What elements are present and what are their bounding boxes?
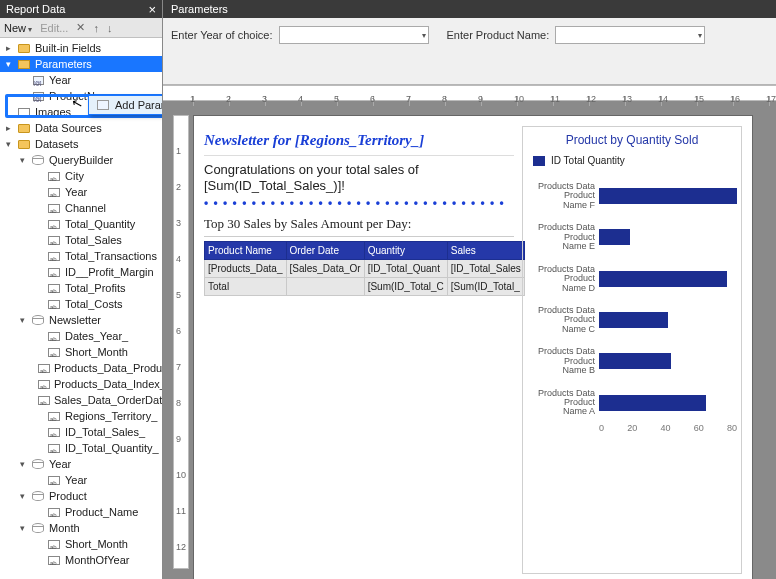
tree-label: Datasets xyxy=(35,137,78,151)
bar-track xyxy=(599,395,737,411)
tree-label: Total_Costs xyxy=(65,297,122,311)
table-row[interactable]: [Products_Data_[Sales_Data_Or[ID_Total_Q… xyxy=(205,260,525,278)
table-cell[interactable] xyxy=(286,278,364,296)
chart-title: Product by Quantity Sold xyxy=(527,133,737,155)
tree-node-datasets[interactable]: ▾ Datasets xyxy=(0,136,162,152)
tree-node-field[interactable]: Total_Quantity xyxy=(0,216,162,232)
ruler-tick: 8 xyxy=(176,398,181,408)
bar-row: Products Data ProductName F xyxy=(527,182,737,210)
param-product-combo[interactable]: ▾ xyxy=(555,26,705,44)
bar-track xyxy=(599,312,737,328)
move-down-icon[interactable]: ↓ xyxy=(107,22,113,34)
collapse-icon[interactable]: ▾ xyxy=(18,313,27,327)
table-cell[interactable]: [ID_Total_Sales xyxy=(447,260,524,278)
chart-container[interactable]: Product by Quantity Sold ID Total Quanti… xyxy=(522,126,742,574)
tree-node-field[interactable]: Channel xyxy=(0,200,162,216)
axis-tick: 40 xyxy=(660,423,670,433)
bar-label: Products Data ProductName D xyxy=(527,265,595,293)
dataset-icon xyxy=(32,491,44,501)
collapse-icon[interactable]: ▾ xyxy=(4,57,13,71)
collapse-icon[interactable]: ▾ xyxy=(18,521,27,535)
bar-label: Products Data ProductName B xyxy=(527,347,595,375)
tree-node-field[interactable]: Year xyxy=(0,472,162,488)
tree-node-datasources[interactable]: ▸ Data Sources xyxy=(0,120,162,136)
congrats-text[interactable]: Congratulations on your total sales of [… xyxy=(204,156,514,194)
menu-item-label: Add Parameter... xyxy=(115,99,162,111)
bar-track xyxy=(599,353,737,369)
table-header-cell[interactable]: Sales xyxy=(447,242,524,260)
tree-label: Built-in Fields xyxy=(35,41,101,55)
report-page[interactable]: Newsletter for [Regions_Territory_] Cong… xyxy=(193,115,753,579)
tree-node-dataset[interactable]: ▾Month xyxy=(0,520,162,536)
section-heading[interactable]: Top 30 Sales by Sales Amount per Day: xyxy=(204,212,514,237)
delete-icon[interactable]: ✕ xyxy=(76,21,85,34)
collapse-icon[interactable]: ▾ xyxy=(18,153,27,167)
table-cell[interactable]: Total xyxy=(205,278,287,296)
tree-node-field[interactable]: Year xyxy=(0,184,162,200)
report-data-toolbar: New Edit... ✕ ↑ ↓ xyxy=(0,18,162,38)
new-dropdown[interactable]: New xyxy=(4,22,32,34)
table-header-cell[interactable]: Quantity xyxy=(364,242,447,260)
tree-node-field[interactable]: Total_Transactions xyxy=(0,248,162,264)
tree-node-field[interactable]: Total_Costs xyxy=(0,296,162,312)
tree-node-param[interactable]: Year xyxy=(0,72,162,88)
param-year-combo[interactable]: ▾ xyxy=(279,26,429,44)
tree-node-field[interactable]: City xyxy=(0,168,162,184)
bar-label: Products Data ProductName F xyxy=(527,182,595,210)
table-row[interactable]: Total[Sum(ID_Total_C[Sum(ID_Total_ xyxy=(205,278,525,296)
collapse-icon[interactable]: ▾ xyxy=(18,489,27,503)
tree-node-field[interactable]: Product_Name xyxy=(0,504,162,520)
tree-node-dataset[interactable]: ▾QueryBuilder xyxy=(0,152,162,168)
tree-node-dataset[interactable]: ▾Product xyxy=(0,488,162,504)
bar-row: Products Data ProductName C xyxy=(527,306,737,334)
tree-node-field[interactable]: Regions_Territory_ xyxy=(0,408,162,424)
tree-node-field[interactable]: Short_Month xyxy=(0,536,162,552)
tree-label: Sales_Data_OrderDate_ xyxy=(54,393,162,407)
table-cell[interactable]: [Sum(ID_Total_C xyxy=(364,278,447,296)
tree-node-field[interactable]: Total_Profits xyxy=(0,280,162,296)
collapse-icon[interactable]: ▾ xyxy=(18,457,27,471)
ruler-tick: 10 xyxy=(176,470,186,480)
tree-node-parameters[interactable]: ▾ Parameters xyxy=(0,56,162,72)
close-icon[interactable]: × xyxy=(148,2,156,17)
field-icon xyxy=(48,348,60,357)
tree-node-field[interactable]: ID__Profit_Margin xyxy=(0,264,162,280)
tree-node-dataset[interactable]: ▾Year xyxy=(0,456,162,472)
table-header-cell[interactable]: Product Name xyxy=(205,242,287,260)
table-cell[interactable]: [ID_Total_Quant xyxy=(364,260,447,278)
axis-tick: 0 xyxy=(599,423,604,433)
tree-node-field[interactable]: ID_Total_Quantity_ xyxy=(0,440,162,456)
horizontal-ruler: 1234567891011121314151617 xyxy=(163,85,776,101)
report-data-tree[interactable]: ▸ Built-in Fields ▾ Parameters YearProdu… xyxy=(0,38,162,579)
field-icon xyxy=(48,556,60,565)
table-cell[interactable]: [Sales_Data_Or xyxy=(286,260,364,278)
tree-label: Product xyxy=(49,489,87,503)
tree-node-field[interactable]: Sales_Data_OrderDate_ xyxy=(0,392,162,408)
sales-table[interactable]: Product NameOrder DateQuantitySales [Pro… xyxy=(204,241,525,296)
context-menu[interactable]: Add Parameter... xyxy=(88,95,162,115)
expand-icon[interactable]: ▸ xyxy=(4,121,13,135)
table-cell[interactable]: [Products_Data_ xyxy=(205,260,287,278)
tree-label: Data Sources xyxy=(35,121,102,135)
tree-node-field[interactable]: ID_Total_Sales_ xyxy=(0,424,162,440)
tree-node-field[interactable]: MonthOfYear xyxy=(0,552,162,568)
expand-icon[interactable]: ▸ xyxy=(4,41,13,55)
move-up-icon[interactable]: ↑ xyxy=(93,22,99,34)
tree-node-dataset[interactable]: ▾Newsletter xyxy=(0,312,162,328)
tree-node-field[interactable]: Short_Month xyxy=(0,344,162,360)
table-header-cell[interactable]: Order Date xyxy=(286,242,364,260)
tree-node-field[interactable]: Total_Sales xyxy=(0,232,162,248)
bar-fill xyxy=(599,395,706,411)
tree-node-field[interactable]: Products_Data_Product... xyxy=(0,360,162,376)
menu-item-add-parameter[interactable]: Add Parameter... xyxy=(88,95,162,115)
collapse-icon[interactable]: ▾ xyxy=(4,137,13,151)
report-heading[interactable]: Newsletter for [Regions_Territory_] xyxy=(204,126,514,156)
table-cell[interactable]: [Sum(ID_Total_ xyxy=(447,278,524,296)
tree-node-builtins[interactable]: ▸ Built-in Fields xyxy=(0,40,162,56)
tree-label: Year xyxy=(65,185,87,199)
tree-node-field[interactable]: Dates_Year_ xyxy=(0,328,162,344)
edit-button[interactable]: Edit... xyxy=(40,22,68,34)
legend-label: ID Total Quantity xyxy=(551,155,625,166)
tree-label: Channel xyxy=(65,201,106,215)
tree-node-field[interactable]: Products_Data_Index_ xyxy=(0,376,162,392)
